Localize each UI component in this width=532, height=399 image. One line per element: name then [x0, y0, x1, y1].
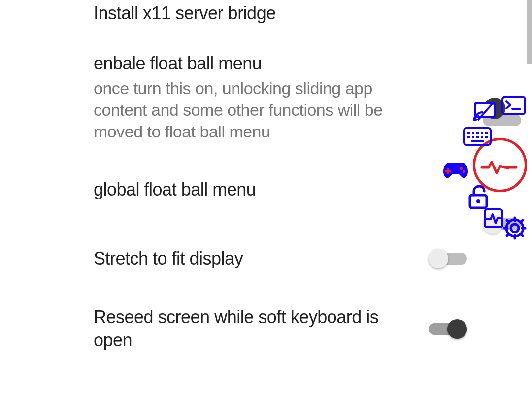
svg-point-26 — [511, 224, 519, 232]
svg-rect-16 — [481, 136, 483, 138]
setting-title: Install x11 server bridge — [94, 2, 409, 25]
setting-title: global float ball menu — [94, 178, 409, 201]
setting-enable-float-ball[interactable]: enbale float ball menu once turn this on… — [0, 39, 532, 155]
setting-text: global float ball menu — [94, 178, 429, 201]
svg-rect-12 — [485, 132, 488, 134]
setting-text: Stretch to fit display — [94, 247, 429, 270]
svg-rect-20 — [445, 170, 451, 172]
svg-rect-15 — [476, 136, 479, 138]
setting-text: enbale float ball menu once turn this on… — [94, 52, 429, 142]
gear-icon[interactable] — [502, 216, 527, 240]
setting-title: Stretch to fit display — [94, 247, 409, 270]
switch-reseed-screen[interactable] — [429, 319, 467, 339]
setting-text: Reseed screen while soft keyboard is ope… — [94, 306, 429, 352]
setting-stretch-display[interactable]: Stretch to fit display — [0, 224, 532, 293]
terminal-icon[interactable] — [501, 96, 526, 115]
svg-point-27 — [506, 220, 523, 236]
setting-subtitle: once turn this on, unlocking sliding app… — [94, 77, 409, 143]
setting-text: Install x11 server bridge — [94, 2, 429, 25]
svg-rect-11 — [481, 132, 483, 134]
cast-icon[interactable] — [473, 101, 497, 121]
svg-rect-14 — [472, 136, 474, 138]
setting-title: enbale float ball menu — [94, 52, 409, 75]
svg-point-21 — [460, 167, 463, 170]
switch-stretch-display[interactable] — [429, 249, 467, 268]
svg-rect-13 — [467, 136, 470, 138]
settings-list: Install x11 server bridge enbale float b… — [0, 0, 532, 365]
svg-rect-18 — [471, 140, 484, 142]
switch-thumb — [429, 249, 448, 268]
activity-monitor-icon[interactable] — [484, 208, 503, 228]
setting-install-x11[interactable]: Install x11 server bridge — [0, 0, 532, 39]
keyboard-icon[interactable] — [463, 127, 492, 146]
svg-rect-8 — [467, 132, 470, 134]
svg-rect-1 — [502, 97, 525, 114]
svg-rect-9 — [472, 132, 474, 134]
svg-point-0 — [505, 166, 509, 169]
lock-open-icon[interactable] — [468, 185, 489, 209]
scrollbar[interactable] — [527, 0, 532, 64]
svg-rect-10 — [476, 132, 479, 134]
gamepad-icon[interactable] — [442, 161, 469, 180]
svg-point-22 — [463, 170, 466, 173]
heartbeat-icon[interactable] — [482, 160, 516, 175]
setting-reseed-screen[interactable]: Reseed screen while soft keyboard is ope… — [0, 293, 532, 365]
setting-title: Reseed screen while soft keyboard is ope… — [94, 306, 409, 352]
switch-thumb — [447, 319, 467, 339]
svg-point-24 — [476, 200, 480, 203]
svg-point-5 — [474, 118, 477, 121]
svg-rect-17 — [485, 136, 488, 138]
